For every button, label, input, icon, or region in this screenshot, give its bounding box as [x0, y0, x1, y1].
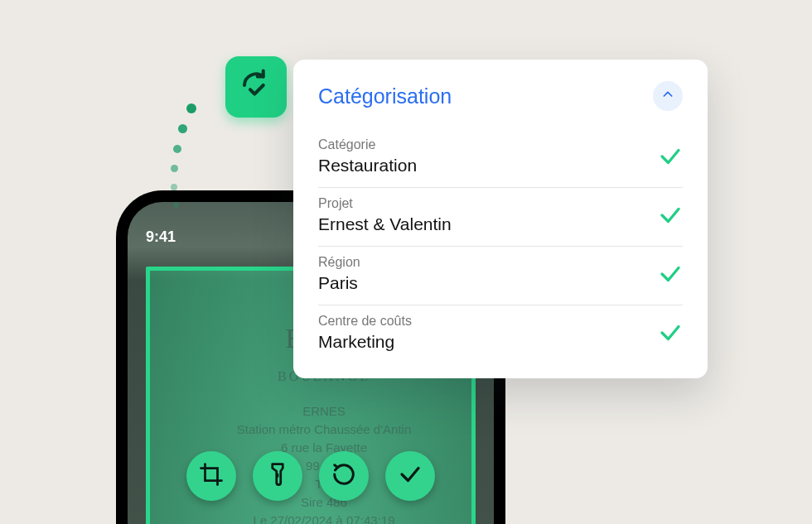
- category-row[interactable]: Catégorie Restauration: [318, 129, 683, 188]
- trail-dot: [173, 202, 179, 208]
- row-value: Restauration: [318, 156, 683, 175]
- check-icon: [398, 462, 423, 490]
- receipt-line: ERNES: [171, 402, 477, 421]
- row-value: Ernest & Valentin: [318, 214, 683, 234]
- trail-dot: [171, 184, 177, 190]
- trail-dot: [173, 145, 181, 153]
- row-label: Centre de coûts: [318, 314, 683, 329]
- check-icon: [658, 262, 683, 290]
- card-header[interactable]: Catégorisation: [318, 81, 683, 111]
- check-icon: [658, 144, 683, 172]
- row-label: Région: [318, 255, 683, 270]
- collapse-button[interactable]: [653, 81, 683, 111]
- project-row[interactable]: Projet Ernest & Valentin: [318, 188, 683, 247]
- trail-dot: [186, 103, 196, 113]
- trail-dot: [178, 124, 187, 133]
- check-icon: [658, 320, 683, 349]
- crop-icon: [199, 462, 224, 490]
- flash-button[interactable]: [253, 451, 302, 501]
- card-title: Catégorisation: [318, 84, 452, 108]
- categorization-float-icon: [225, 56, 287, 118]
- row-value: Marketing: [318, 332, 683, 352]
- confirm-button[interactable]: [385, 451, 435, 501]
- categorization-card: Catégorisation Catégorie Restauration Pr…: [293, 60, 708, 378]
- trail-dot: [171, 165, 178, 172]
- row-label: Catégorie: [318, 137, 683, 152]
- region-row[interactable]: Région Paris: [318, 247, 683, 305]
- rotate-icon: [331, 462, 356, 490]
- chevron-up-icon: [661, 88, 674, 104]
- check-icon: [658, 203, 683, 231]
- crop-button[interactable]: [186, 451, 236, 501]
- flashlight-icon: [265, 462, 290, 490]
- receipt-line: Station métro Chaussée d'Antin: [171, 421, 477, 439]
- cost-center-row[interactable]: Centre de coûts Marketing: [318, 305, 683, 363]
- receipt-line: Le 27/02/2024 à 07:43:19: [171, 512, 477, 524]
- rotate-button[interactable]: [319, 451, 369, 501]
- scan-actions: [116, 451, 505, 501]
- row-label: Projet: [318, 196, 683, 211]
- row-value: Paris: [318, 273, 683, 293]
- status-time: 9:41: [146, 228, 176, 246]
- sync-check-icon: [239, 68, 273, 106]
